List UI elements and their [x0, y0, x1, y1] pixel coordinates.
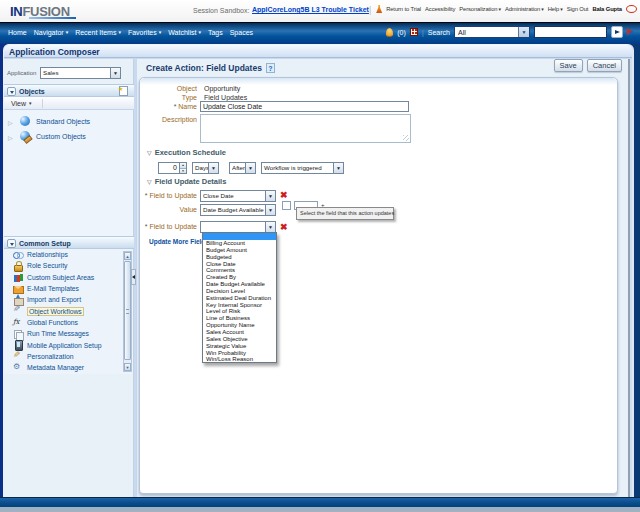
delete-row-icon[interactable]: ✖: [280, 190, 288, 200]
nav-item[interactable]: Navigator▾: [34, 29, 68, 36]
dropdown-option[interactable]: Decision Level: [203, 288, 276, 295]
chevron-down-icon: ▾: [541, 7, 543, 12]
dropdown-option[interactable]: Close Date: [203, 261, 276, 268]
application-select[interactable]: Sales▼: [40, 67, 121, 79]
schedule-unit-select[interactable]: Days▼: [192, 162, 219, 174]
field-to-update-select[interactable]: Close Date▼: [200, 190, 276, 202]
dropdown-option[interactable]: Strategic Value: [203, 343, 276, 350]
sidebar-item[interactable]: Global Functions: [4, 317, 133, 328]
dropdown-option[interactable]: Opportunity Name: [203, 322, 276, 329]
collapse-icon[interactable]: [7, 239, 16, 248]
dropdown-option[interactable]: Sales Account: [203, 329, 276, 336]
description-textarea[interactable]: [200, 114, 411, 143]
dropdown-option-label: Close Date: [206, 261, 236, 267]
field-dropdown-list: Billing AccountBudget AmountBudgetedClos…: [202, 232, 277, 363]
scroll-down-icon[interactable]: ▼: [124, 363, 131, 371]
sandbox-flask-icon: [376, 5, 382, 13]
sidebar-item[interactable]: Relationships: [4, 249, 133, 260]
notifications-bell-icon[interactable]: [386, 28, 393, 37]
topbar-menu-item[interactable]: Help▾: [548, 6, 563, 12]
sidebar-item[interactable]: Role Security: [4, 260, 133, 271]
chevron-down-icon: ▼: [265, 191, 275, 201]
dropdown-option[interactable]: Estimated Deal Duration: [203, 295, 276, 302]
spinner[interactable]: ▲▼: [179, 163, 186, 173]
sidebar: Application Sales▼ Objects View▾ ▷ S: [4, 59, 134, 497]
spin-down-icon[interactable]: ▼: [180, 168, 186, 174]
nav-item[interactable]: Favorites▾: [128, 29, 161, 36]
sidebar-item[interactable]: Import and Export: [4, 294, 133, 305]
topbar-menu-item[interactable]: Accessibility: [425, 6, 455, 12]
dropdown-option[interactable]: Line of Business: [203, 315, 276, 322]
scrollbar-thumb[interactable]: [124, 261, 131, 360]
dropdown-option[interactable]: Created By: [203, 274, 276, 281]
dropdown-option[interactable]: Date Budget Available: [203, 281, 276, 288]
value-select[interactable]: Date Budget Available▼: [200, 204, 276, 216]
sidebar-item[interactable]: E-Mail Templates: [4, 283, 133, 294]
topbar-menu-item[interactable]: Personalization▾: [459, 6, 501, 12]
schedule-number-input[interactable]: 0▲▼: [158, 162, 187, 174]
topbar-menu-item-label: Administration: [505, 6, 540, 12]
sidebar-item[interactable]: Mobile Application Setup: [4, 339, 133, 350]
delete-row-icon[interactable]: ✖: [280, 222, 288, 232]
sidebar-item[interactable]: Object Workflows: [4, 305, 133, 316]
execution-schedule-header[interactable]: ▽Execution Schedule: [147, 148, 226, 157]
sidebar-item-icon: [13, 318, 23, 328]
sidebar-item[interactable]: Personalization: [4, 351, 133, 362]
sidebar-item[interactable]: Run Time Messages: [4, 328, 133, 339]
help-icon[interactable]: [266, 63, 275, 73]
nav-item[interactable]: Recent Items▾: [75, 29, 121, 36]
calendar-icon[interactable]: [410, 28, 418, 36]
advanced-search-icon[interactable]: [627, 28, 634, 36]
dropdown-option[interactable]: Billing Account: [203, 240, 276, 247]
dropdown-selected-blank-option[interactable]: [203, 233, 276, 240]
dropdown-option-label: Level of Risk: [206, 308, 240, 314]
dropdown-option[interactable]: Win/Loss Reason: [203, 356, 276, 363]
session-sandbox-link[interactable]: ApplCoreLong5B L3 Trouble Ticket: [252, 6, 369, 13]
dropdown-option[interactable]: Key Internal Sponsor: [203, 302, 276, 309]
schedule-number-value: 0: [159, 163, 179, 173]
objects-panel-header[interactable]: Objects: [4, 84, 134, 97]
view-menu[interactable]: View▾: [11, 100, 32, 107]
value-extra-input[interactable]: [282, 201, 291, 210]
save-button[interactable]: Save: [554, 59, 583, 72]
section-collapse-icon[interactable]: ▽: [147, 149, 152, 156]
search-scope-select[interactable]: All▼: [454, 26, 530, 38]
search-input[interactable]: [534, 26, 607, 38]
topbar-menu-item[interactable]: Return to Trial: [386, 6, 421, 12]
expand-arrow-icon[interactable]: ▷: [8, 119, 13, 126]
dropdown-option[interactable]: Sales Objective: [203, 336, 276, 343]
scroll-up-icon[interactable]: ▲: [124, 252, 131, 260]
session-sandbox-label: Session Sandbox:: [193, 7, 249, 14]
nav-item[interactable]: Home: [8, 29, 27, 36]
topbar-menu-item[interactable]: Administration▾: [505, 6, 544, 12]
collapse-icon[interactable]: [7, 87, 16, 96]
tree-item[interactable]: ▷ Custom Objects: [4, 131, 133, 146]
schedule-event-select[interactable]: Workflow is triggered▼: [261, 162, 344, 174]
tree-item[interactable]: ▷ Standard Objects: [4, 116, 133, 131]
field-to-update-value: Close Date: [201, 191, 265, 201]
dropdown-option[interactable]: Level of Risk: [203, 308, 276, 315]
sidebar-item[interactable]: Metadata Manager: [4, 362, 133, 373]
panel-splitter[interactable]: [131, 269, 136, 285]
update-more-fields-link[interactable]: Update More Fields: [149, 238, 209, 245]
nav-item-label: Watchlist: [168, 29, 196, 36]
dropdown-option[interactable]: Budgeted: [203, 254, 276, 261]
dropdown-option[interactable]: Comments: [203, 267, 276, 274]
common-setup-panel-header[interactable]: Common Setup: [4, 236, 134, 249]
new-object-icon[interactable]: [119, 86, 128, 96]
chevron-down-icon: ▾: [560, 7, 562, 12]
dropdown-option[interactable]: Win Probability: [203, 350, 276, 357]
sidebar-item[interactable]: Custom Subject Areas: [4, 272, 133, 283]
dropdown-option[interactable]: Budget Amount: [203, 247, 276, 254]
expand-arrow-icon[interactable]: ▷: [8, 134, 13, 141]
nav-item[interactable]: Spaces: [230, 29, 253, 36]
cancel-button[interactable]: Cancel: [587, 59, 622, 72]
field-update-details-header[interactable]: ▽Field Update Details: [147, 177, 226, 186]
topbar-menu-item[interactable]: Sign Out: [567, 6, 589, 12]
schedule-when-select[interactable]: After▼: [229, 162, 256, 174]
nav-item[interactable]: Tags: [208, 29, 223, 36]
search-go-button[interactable]: →: [611, 26, 623, 38]
section-collapse-icon[interactable]: ▽: [147, 178, 152, 185]
name-input[interactable]: [200, 101, 409, 112]
nav-item[interactable]: Watchlist▾: [168, 29, 201, 36]
